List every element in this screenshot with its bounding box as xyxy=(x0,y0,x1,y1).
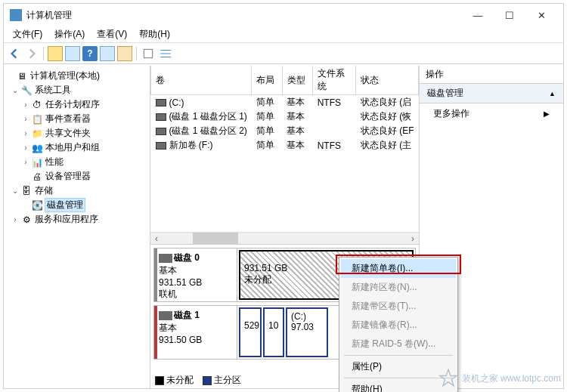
legend: 未分配 主分区 xyxy=(155,374,241,387)
disk-1-header[interactable]: 磁盘 1 基本 931.50 GB xyxy=(154,306,237,359)
expander-icon[interactable]: › xyxy=(20,129,31,137)
tool-6[interactable] xyxy=(141,46,156,61)
actions-header: 操作 xyxy=(420,66,563,84)
more-actions[interactable]: 更多操作▶ xyxy=(420,103,563,124)
volume-icon xyxy=(156,128,166,135)
diskmgmt-icon: 💽 xyxy=(31,199,43,211)
col-fs[interactable]: 文件系统 xyxy=(313,66,356,95)
forward-button[interactable] xyxy=(24,46,39,61)
tree-storage[interactable]: 存储 xyxy=(35,184,53,197)
titlebar[interactable]: 计算机管理 — ☐ ✕ xyxy=(4,4,563,26)
tool-2[interactable] xyxy=(65,46,80,61)
actions-section[interactable]: 磁盘管理▲ xyxy=(420,84,563,103)
expander-icon[interactable]: › xyxy=(20,144,31,152)
menu-view[interactable]: 查看(V) xyxy=(91,28,133,41)
tree-shared[interactable]: 共享文件夹 xyxy=(45,127,91,140)
volume-row[interactable]: 新加卷 (F:)简单基本NTFS状态良好 (主 xyxy=(151,138,419,153)
h-scrollbar[interactable]: ‹› xyxy=(150,232,419,244)
window-title: 计算机管理 xyxy=(26,9,462,22)
help-icon[interactable]: ? xyxy=(82,46,98,61)
col-status[interactable]: 状态 xyxy=(356,66,419,95)
volume-row[interactable]: (磁盘 1 磁盘分区 1)简单基本状态良好 (恢 xyxy=(151,110,419,124)
tree-diskmgmt[interactable]: 磁盘管理 xyxy=(45,199,85,211)
expander-icon[interactable]: › xyxy=(20,100,31,109)
app-icon xyxy=(10,9,22,21)
menu-file[interactable]: 文件(F) xyxy=(7,28,48,41)
col-type[interactable]: 类型 xyxy=(282,66,312,95)
menu-help[interactable]: 帮助(H) xyxy=(133,28,176,41)
menu-new-mirrored-volume: 新建镜像卷(R)... xyxy=(341,316,456,335)
volume-icon xyxy=(156,142,166,150)
tree-system-tools[interactable]: 系统工具 xyxy=(35,84,71,97)
shared-icon: 📁 xyxy=(31,128,43,140)
maximize-button[interactable]: ☐ xyxy=(494,5,525,26)
nav-tree[interactable]: 🖥计算机管理(本地) ⌄🔧系统工具 ›⏱任务计划程序 ›📋事件查看器 ›📁共享文… xyxy=(4,66,150,388)
tree-devmgr[interactable]: 设备管理器 xyxy=(45,170,91,183)
tool-1[interactable] xyxy=(48,46,63,61)
menu-new-striped-volume: 新建带区卷(T)... xyxy=(341,297,456,316)
disk-0-header[interactable]: 磁盘 0 基本 931.51 GB 联机 xyxy=(154,248,237,301)
tool-5[interactable] xyxy=(117,46,132,61)
tool-4[interactable] xyxy=(100,46,115,61)
volume-icon xyxy=(156,99,166,106)
col-layout[interactable]: 布局 xyxy=(252,66,282,95)
services-icon: ⚙ xyxy=(20,214,33,226)
collapse-icon: ▲ xyxy=(549,90,556,97)
menu-action[interactable]: 操作(A) xyxy=(48,28,91,41)
event-icon: 📋 xyxy=(31,113,43,125)
volume-icon xyxy=(156,113,166,121)
back-button[interactable] xyxy=(7,46,22,61)
tree-users[interactable]: 本地用户和组 xyxy=(45,141,100,154)
disk-icon xyxy=(159,311,172,320)
chevron-right-icon: ▶ xyxy=(544,110,550,118)
disk-1-part-c[interactable]: (C:)97.03 xyxy=(286,307,328,357)
device-icon: 🖨 xyxy=(31,171,43,183)
volume-row[interactable]: (C:)简单基本NTFS状态良好 (启 xyxy=(151,95,419,110)
expander-icon[interactable]: › xyxy=(20,158,31,166)
disk-1-part-2[interactable]: 10 xyxy=(263,307,284,357)
volume-list[interactable]: 卷 布局 类型 文件系统 状态 (C:)简单基本NTFS状态良好 (启 (磁盘 … xyxy=(150,66,419,245)
tool-7[interactable] xyxy=(158,46,173,61)
menubar: 文件(F) 操作(A) 查看(V) 帮助(H) xyxy=(4,26,563,43)
perf-icon: 📊 xyxy=(31,156,43,168)
toolbar: ? xyxy=(4,43,563,64)
column-headers[interactable]: 卷 布局 类型 文件系统 状态 xyxy=(151,66,419,95)
minimize-button[interactable]: — xyxy=(462,5,494,26)
tree-perf[interactable]: 性能 xyxy=(45,156,64,168)
menu-new-spanned-volume: 新建跨区卷(N)... xyxy=(341,278,456,297)
computer-icon: 🖥 xyxy=(16,70,28,82)
volume-row[interactable]: (磁盘 1 磁盘分区 2)简单基本状态良好 (EF xyxy=(151,124,419,138)
expander-icon[interactable]: ⌄ xyxy=(10,86,20,94)
expander-icon[interactable]: › xyxy=(20,115,31,123)
menu-new-simple-volume[interactable]: 新建简单卷(I)... xyxy=(341,259,456,278)
tree-root[interactable]: 计算机管理(本地) xyxy=(30,69,100,82)
tree-services[interactable]: 服务和应用程序 xyxy=(35,213,98,226)
disk-1-part-1[interactable]: 529 xyxy=(239,307,262,357)
watermark: 装机之家 www.lotpc.com xyxy=(438,368,561,389)
expander-icon[interactable]: ⌄ xyxy=(10,187,20,195)
scheduler-icon: ⏱ xyxy=(31,99,43,111)
disk-icon xyxy=(159,254,172,263)
tree-scheduler[interactable]: 任务计划程序 xyxy=(45,98,100,111)
tree-event[interactable]: 事件查看器 xyxy=(45,113,91,125)
svg-rect-0 xyxy=(144,49,152,57)
close-button[interactable]: ✕ xyxy=(525,5,557,26)
storage-icon: 🗄 xyxy=(20,185,33,197)
col-volume[interactable]: 卷 xyxy=(151,66,252,95)
expander-icon[interactable]: › xyxy=(10,215,20,224)
menu-new-raid5-volume: 新建 RAID-5 卷(W)... xyxy=(341,335,456,353)
tools-icon: 🔧 xyxy=(20,85,33,97)
users-icon: 👥 xyxy=(31,142,43,154)
